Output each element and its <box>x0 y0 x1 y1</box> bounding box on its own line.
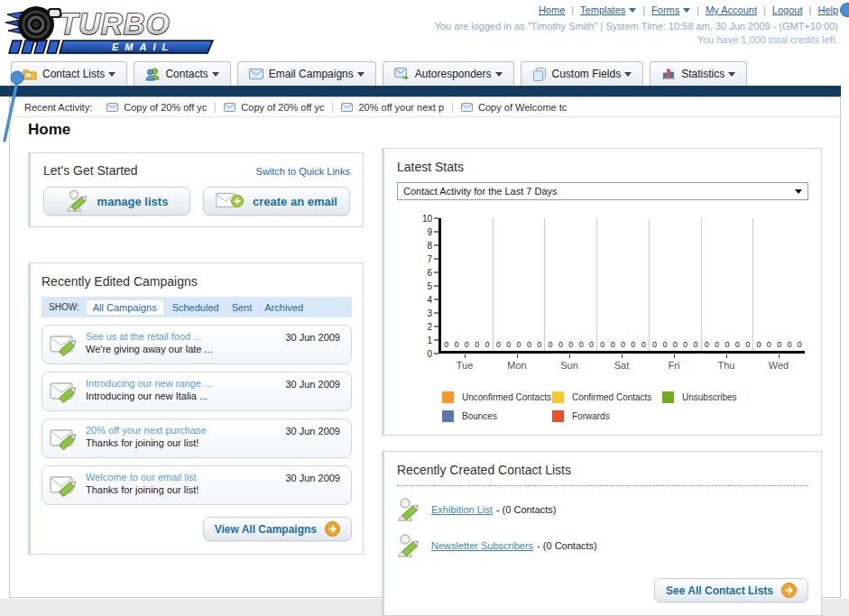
campaign-card[interactable]: See us at the retail food ... We're givi… <box>42 325 352 364</box>
envelope-pencil-icon <box>50 473 80 498</box>
campaigns-filter-bar: SHOW: All Campaigns Scheduled Sent Archi… <box>42 297 352 317</box>
chart-day-label: Wed <box>752 354 805 371</box>
envelope-pencil-icon <box>50 426 80 451</box>
page-title: Home <box>28 121 70 139</box>
chart-column: 00000 <box>494 218 546 351</box>
chart-legend: Unconfirmed ContactsConfirmed ContactsUn… <box>442 391 808 422</box>
chevron-down-icon <box>212 72 219 77</box>
legend-item: Forwards <box>552 410 662 422</box>
view-all-campaigns-button[interactable]: View All Campaigns <box>203 517 352 541</box>
person-pencil-icon <box>397 497 422 522</box>
get-started-title: Let's Get Started <box>43 163 138 178</box>
nav-forms-link[interactable]: Forms <box>651 5 690 15</box>
filter-scheduled[interactable]: Scheduled <box>172 302 219 313</box>
contact-list-item: Newsletter Subscribers - (0 Contacts) <box>397 533 808 558</box>
arrow-circle-icon <box>325 521 340 537</box>
envelope-icon <box>224 103 235 112</box>
chart-day-label: Tue <box>438 354 491 371</box>
chevron-down-icon <box>683 8 690 13</box>
envelope-pencil-icon <box>50 379 80 404</box>
chevron-down-icon <box>108 72 115 77</box>
chart-day-label: Thu <box>700 354 752 371</box>
campaign-date: 30 Jun 2009 <box>285 332 340 343</box>
nav-logout-link[interactable]: Logout <box>772 5 803 15</box>
campaign-subtitle: Thanks for joining our list! <box>86 437 342 448</box>
navy-divider-bar <box>0 86 841 97</box>
campaign-card[interactable]: Welcome to our email list Thanks for joi… <box>42 465 352 505</box>
contact-list-item: Exhibition List - (0 Contacts) <box>397 497 808 522</box>
chart-column: 00000 <box>650 218 702 351</box>
recent-activity-item[interactable]: Copy of 20% off yc <box>106 102 207 113</box>
chevron-down-icon <box>795 189 802 194</box>
legend-item: Confirmed Contacts <box>552 391 662 403</box>
manage-lists-button[interactable]: manage lists <box>43 187 190 216</box>
legend-item: Unsubscribes <box>662 391 789 403</box>
login-info: You are logged in as "Timothy Smith" | S… <box>435 20 838 47</box>
bar-chart-icon <box>661 68 676 80</box>
tab-contact-lists[interactable]: Contact Lists <box>11 61 127 86</box>
top-nav: Home| Templates| Forms| My Account| Logo… <box>539 5 838 15</box>
campaign-card[interactable]: Introducing our new range ... Introducin… <box>42 372 352 411</box>
filter-sent[interactable]: Sent <box>232 302 253 313</box>
campaign-subtitle: Thanks for joining our list! <box>86 484 342 495</box>
contact-activity-chart: 012345678910 000000000000000000000000000… <box>397 218 805 379</box>
nav-my-account-link[interactable]: My Account <box>706 5 757 15</box>
contact-lists-title: Recently Created Contact Lists <box>397 463 808 477</box>
nav-home-link[interactable]: Home <box>539 5 565 15</box>
campaign-subtitle: We're giving away our late ... <box>86 344 342 354</box>
envelope-icon <box>341 103 353 112</box>
logo-subtitle: EMAIL <box>112 41 174 52</box>
campaign-subtitle: Introducing our new Italia ... <box>86 391 342 401</box>
contact-list-count: - (0 Contacts) <box>537 540 597 551</box>
pin-decoration <box>0 69 27 144</box>
contact-list-count: - (0 Contacts) <box>496 504 557 515</box>
turbo-email-logo: TURBO EMAIL <box>5 4 222 60</box>
envelope-arrow-icon <box>394 68 410 80</box>
stats-period-select[interactable]: Contact Activity for the Last 7 Days <box>397 182 808 200</box>
chart-day-labels: TueMonSunSatFriThuWed <box>438 354 805 371</box>
chevron-down-icon <box>357 72 365 77</box>
filter-archived[interactable]: Archived <box>264 302 303 313</box>
tab-autoresponders[interactable]: Autoresponders <box>383 61 514 86</box>
nav-help-link[interactable]: Help <box>817 5 838 15</box>
nav-templates-link[interactable]: Templates <box>580 5 636 15</box>
tab-custom-fields[interactable]: Custom Fields <box>521 61 644 86</box>
legend-item: Bounces <box>442 410 552 422</box>
recent-activity-item[interactable]: Copy of 20% off yc <box>215 102 324 113</box>
logo-wordmark: TURBO <box>60 7 170 41</box>
campaign-card[interactable]: 20% off your next purchase Thanks for jo… <box>42 418 352 458</box>
pages-icon <box>532 68 547 81</box>
envelope-icon <box>461 103 473 112</box>
chart-plot: 00000000000000000000000000000000000 <box>438 218 805 354</box>
chart-day-label: Fri <box>648 354 700 371</box>
chart-column: 00000 <box>702 218 754 351</box>
tab-statistics[interactable]: Statistics <box>650 61 747 86</box>
chevron-down-icon <box>495 72 503 77</box>
show-label: SHOW: <box>49 302 79 312</box>
switch-quick-links[interactable]: Switch to Quick Links <box>255 166 350 177</box>
campaigns-title: Recently Edited Campaigns <box>42 274 352 289</box>
contact-list-link[interactable]: Exhibition List <box>431 504 493 515</box>
chart-day-label: Mon <box>491 354 543 371</box>
contact-list-link[interactable]: Newsletter Subscribers <box>431 540 533 551</box>
tab-email-campaigns[interactable]: Email Campaigns <box>237 61 376 86</box>
envelope-plus-icon <box>216 191 245 211</box>
see-all-contact-lists-button[interactable]: See All Contact Lists <box>654 578 808 602</box>
chart-column: 00000 <box>753 218 805 351</box>
chart-column: 00000 <box>441 218 494 351</box>
credits-text: You have 1,000 total credits left. <box>435 33 838 47</box>
recent-activity-item[interactable]: Copy of Welcome tc <box>452 102 567 113</box>
create-email-button[interactable]: create an email <box>203 187 350 216</box>
chevron-down-icon <box>624 72 632 77</box>
recent-contact-lists-panel: Recently Created Contact Lists Exhibitio… <box>382 451 822 616</box>
person-pencil-icon <box>66 189 89 213</box>
chart-column: 00000 <box>597 218 650 351</box>
recent-activity-item[interactable]: 20% off your next p <box>332 102 444 113</box>
chat-bubble-icon[interactable] <box>840 3 849 17</box>
people-icon <box>145 67 160 81</box>
main-nav-tabs: Contact Lists Contacts Email Campaigns A… <box>11 61 747 86</box>
tab-contacts[interactable]: Contacts <box>134 61 230 86</box>
main-content: Recent Activity: Copy of 20% off yc Copy… <box>9 97 841 598</box>
filter-all-campaigns[interactable]: All Campaigns <box>87 300 163 315</box>
chart-day-label: Sun <box>543 354 595 371</box>
